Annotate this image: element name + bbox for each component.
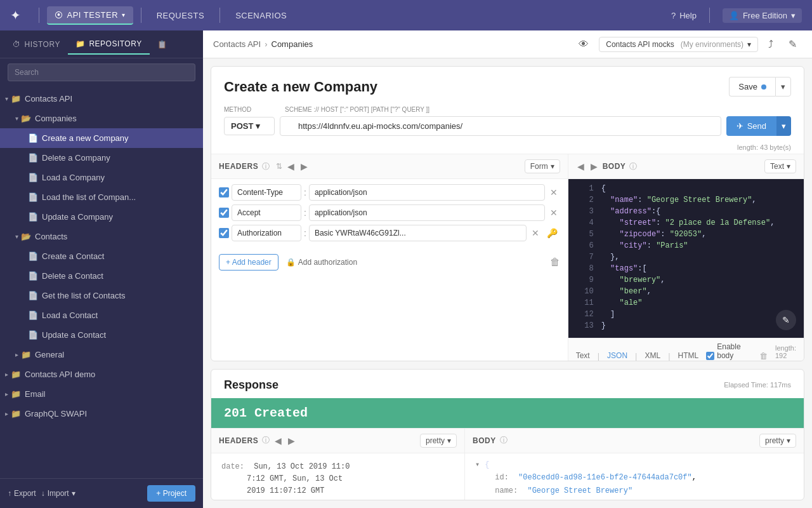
method-dropdown[interactable]: POST ▾ bbox=[224, 117, 275, 135]
header-delete-icon[interactable]: ✕ bbox=[547, 186, 560, 199]
history-icon: ⏱ bbox=[13, 40, 21, 49]
add-header-button[interactable]: + Add header bbox=[219, 254, 278, 271]
sidebar-item-email[interactable]: ▸ 📁 Email ⋯ bbox=[0, 384, 203, 404]
eval-checkbox[interactable] bbox=[706, 352, 714, 360]
code-line-1: 1 { bbox=[568, 184, 804, 196]
headers-prev-arrow[interactable]: ◀ bbox=[286, 161, 296, 171]
clear-headers-icon[interactable]: 🗑 bbox=[550, 257, 560, 268]
export-button[interactable]: ↑ Export bbox=[8, 485, 36, 502]
nav-api-tester[interactable]: ⦿ API TESTER ▾ bbox=[47, 6, 133, 25]
header-delete-icon[interactable]: ✕ bbox=[529, 227, 542, 239]
save-button[interactable]: Save bbox=[729, 77, 775, 97]
tab-repository[interactable]: 📁 REPOSITORY bbox=[68, 34, 150, 55]
sidebar-item-companies[interactable]: ▾ 📂 Companies ⋯ bbox=[0, 109, 203, 128]
header-key-content-type[interactable] bbox=[232, 184, 301, 201]
sidebar-item-update-contact[interactable]: 📄 Update a Contact ⋯ bbox=[0, 325, 203, 345]
sidebar: ⏱ HISTORY 📁 REPOSITORY 📋 ▾ 📁 Contacts AP… bbox=[0, 30, 203, 508]
header-delete-icon[interactable]: ✕ bbox=[547, 206, 560, 219]
edit-icon[interactable]: ✎ bbox=[783, 36, 802, 53]
lock-secret-icon[interactable]: 🔑 bbox=[544, 227, 560, 239]
sidebar-item-create-contact[interactable]: 📄 Create a Contact ⋯ bbox=[0, 246, 203, 266]
sidebar-item-contacts[interactable]: ▾ 📂 Contacts ⋯ bbox=[0, 227, 203, 246]
header-key-accept[interactable] bbox=[232, 204, 301, 221]
url-input[interactable] bbox=[280, 116, 721, 136]
collapse-icon[interactable]: ▾ bbox=[475, 458, 480, 471]
header-checkbox-content-type[interactable] bbox=[219, 187, 229, 197]
help-icon: ? bbox=[671, 11, 676, 20]
sidebar-item-get-list-contacts[interactable]: 📄 Get the list of Contacts ⋯ bbox=[0, 286, 203, 305]
header-value-content-type[interactable] bbox=[309, 184, 545, 201]
pretty-caret-icon: ▾ bbox=[447, 436, 451, 445]
sidebar-item-update-company[interactable]: 📄 Update a Company ⋯ bbox=[0, 207, 203, 227]
sidebar-item-load-list-company[interactable]: 📄 Load the list of Compan... ⋯ bbox=[0, 187, 203, 207]
sidebar-item-delete-contact[interactable]: 📄 Delete a Contact ⋯ bbox=[0, 266, 203, 286]
nav-requests[interactable]: REQUESTS bbox=[149, 7, 213, 24]
body-code-footer: Text | JSON | XML | HTML Enable body eva… bbox=[568, 338, 804, 361]
sidebar-item-contacts-api-demo[interactable]: ▸ 📁 Contacts API demo ⋯ bbox=[0, 364, 203, 384]
url-bar: POST ▾ 🔒 ✈ Send ▾ bbox=[211, 116, 804, 144]
folder-closed-icon: 📁 bbox=[11, 409, 21, 418]
header-key-authorization[interactable] bbox=[232, 225, 301, 241]
header-value-authorization[interactable] bbox=[309, 225, 527, 241]
body-text-format[interactable]: Text bbox=[576, 351, 590, 360]
header-rows: : ✕ : ✕ bbox=[211, 179, 568, 250]
response-headers-next-arrow[interactable]: ▶ bbox=[287, 436, 296, 446]
body-html-format[interactable]: HTML bbox=[678, 351, 699, 360]
caret-right-icon: ▸ bbox=[15, 351, 18, 358]
nav-caret-icon: ▾ bbox=[122, 11, 126, 18]
import-button[interactable]: ↓ Import ▾ bbox=[41, 485, 75, 502]
request-icon: 📄 bbox=[28, 271, 38, 281]
environment-selector[interactable]: Contacts API mocks (My environments) ▾ bbox=[599, 37, 758, 52]
help-button[interactable]: ? Help bbox=[671, 11, 697, 20]
search-input[interactable] bbox=[8, 64, 195, 81]
response-body-pane: BODY ⓘ pretty ▾ ▾ { bbox=[465, 429, 804, 500]
bookmarks-icon: 📋 bbox=[157, 40, 167, 49]
response-headers-pane: HEADERS ⓘ ◀ ▶ pretty ▾ date: Sun, 13 Oct… bbox=[211, 429, 465, 500]
nav-scenarios[interactable]: SCENARIOS bbox=[228, 7, 294, 24]
tab-bookmarks[interactable]: 📋 bbox=[150, 35, 175, 54]
nav-divider-2 bbox=[141, 8, 141, 23]
save-dropdown-button[interactable]: ▾ bbox=[775, 77, 791, 97]
edition-button[interactable]: 👤 Free Edition ▾ bbox=[723, 8, 802, 23]
edit-body-button[interactable]: ✎ bbox=[776, 310, 796, 330]
body-prev-arrow[interactable]: ◀ bbox=[576, 161, 586, 171]
body-code-editor[interactable]: 1 { 2 "name": "George Street Brewery", 3… bbox=[568, 179, 804, 338]
header-row-authorization: : ✕ 🔑 bbox=[219, 225, 560, 241]
send-dropdown-button[interactable]: ▾ bbox=[776, 116, 791, 136]
header-checkbox-accept[interactable] bbox=[219, 208, 229, 218]
sidebar-item-load-contact[interactable]: 📄 Load a Contact ⋯ bbox=[0, 305, 203, 325]
body-json-format[interactable]: JSON bbox=[607, 351, 627, 360]
headers-format-select[interactable]: Form ▾ bbox=[525, 159, 560, 173]
add-authorization-button[interactable]: 🔒 Add authorization bbox=[286, 258, 357, 267]
sidebar-item-create-company[interactable]: 📄 Create a new Company ⋯ bbox=[0, 128, 203, 148]
response-headers-prev-arrow[interactable]: ◀ bbox=[273, 436, 283, 446]
body-format-select[interactable]: Text ▾ bbox=[764, 159, 796, 173]
sidebar-item-contacts-api[interactable]: ▾ 📁 Contacts API ⋯ bbox=[0, 89, 203, 109]
sidebar-item-delete-company[interactable]: 📄 Delete a Company ⋯ bbox=[0, 148, 203, 168]
headers-next-arrow[interactable]: ▶ bbox=[299, 161, 309, 171]
code-line-12: 12 ] bbox=[568, 310, 804, 321]
tab-history[interactable]: ⏱ HISTORY bbox=[5, 35, 68, 54]
sidebar-item-load-company[interactable]: 📄 Load a Company ⋯ bbox=[0, 168, 203, 187]
body-next-arrow[interactable]: ▶ bbox=[589, 161, 599, 171]
elapsed-time: Elapsed Time: 117ms bbox=[724, 381, 791, 389]
body-xml-format[interactable]: XML bbox=[645, 351, 661, 360]
header-checkbox-authorization[interactable] bbox=[219, 228, 229, 238]
sidebar-item-general[interactable]: ▸ 📁 General ⋯ bbox=[0, 345, 203, 364]
share-icon[interactable]: ⤴ bbox=[763, 36, 778, 53]
url-label: SCHEME :// HOST [":" PORT] [PATH ["?" QU… bbox=[285, 106, 429, 113]
nav-right-area: ? Help 👤 Free Edition ▾ bbox=[671, 8, 802, 23]
response-body-format[interactable]: pretty ▾ bbox=[759, 434, 796, 448]
sort-icon[interactable]: ⇅ bbox=[276, 162, 282, 171]
send-button-group: ✈ Send ▾ bbox=[726, 116, 791, 136]
header-value-accept[interactable] bbox=[309, 204, 545, 221]
eye-icon[interactable]: 👁 bbox=[573, 36, 594, 53]
breadcrumb-contacts-api[interactable]: Contacts API bbox=[213, 39, 261, 49]
send-button[interactable]: ✈ Send bbox=[726, 116, 776, 136]
code-line-5: 5 "zipcode": "92053", bbox=[568, 230, 804, 241]
trash-icon[interactable]: 🗑 bbox=[759, 351, 768, 361]
sidebar-item-graphql[interactable]: ▸ 📁 GraphQL SWAPI ⋯ bbox=[0, 404, 203, 424]
response-headers-format[interactable]: pretty ▾ bbox=[420, 434, 457, 448]
new-project-button[interactable]: + Project bbox=[147, 485, 195, 502]
folder-open-icon: 📂 bbox=[21, 114, 31, 123]
